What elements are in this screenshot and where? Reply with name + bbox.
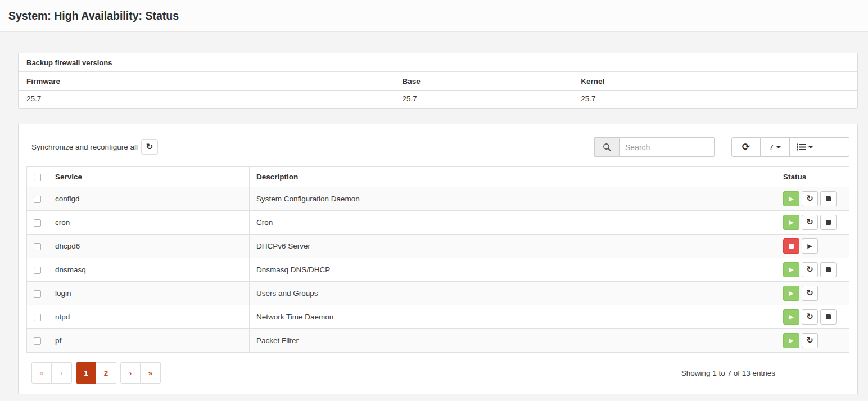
row-checkbox[interactable] <box>34 337 41 345</box>
pager-group-next: › » <box>120 362 161 384</box>
pagination: « ‹ 1 2 › » <box>26 362 161 384</box>
stop-service-button[interactable] <box>820 309 837 325</box>
search-input[interactable] <box>619 137 715 157</box>
service-running-button[interactable]: ▶ <box>783 309 799 325</box>
stop-square-icon <box>789 244 794 249</box>
service-status-cell: ▶↻ <box>776 211 849 235</box>
row-checkbox[interactable] <box>34 290 41 298</box>
row-checkbox[interactable] <box>34 196 41 203</box>
status-actions: ▶↻ <box>783 309 842 325</box>
sync-all-group: Synchronize and reconfigure all ↻ <box>26 139 158 155</box>
service-description: Dnsmasq DNS/DHCP <box>249 258 776 282</box>
page-1-button[interactable]: 1 <box>76 362 96 384</box>
service-running-button[interactable]: ▶ <box>783 191 799 206</box>
row-checkbox[interactable] <box>34 314 41 321</box>
service-status-cell: ▶↻ <box>776 187 849 211</box>
sync-all-button[interactable]: ↻ <box>141 139 158 155</box>
row-checkbox-cell <box>27 187 48 211</box>
service-description: Cron <box>249 211 776 235</box>
service-name: cron <box>48 211 250 235</box>
service-row: dhcpd6DHCPv6 Server▶ <box>27 235 849 258</box>
rotate-right-icon: ↻ <box>806 194 813 202</box>
status-actions: ▶↻ <box>783 286 842 301</box>
restart-service-button[interactable]: ↻ <box>802 333 818 348</box>
caret-down-icon <box>776 146 781 148</box>
page-2-button[interactable]: 2 <box>96 362 116 384</box>
service-running-button[interactable]: ▶ <box>783 333 799 348</box>
kernel-version: 25.7 <box>573 91 857 109</box>
play-icon: ▶ <box>789 196 793 202</box>
grid-button-group: ⟳ 7 <box>731 137 849 157</box>
list-ul-icon <box>797 143 806 151</box>
prev-page-button[interactable]: ‹ <box>52 362 72 384</box>
versions-col-base: Base <box>394 72 573 91</box>
restart-service-button[interactable]: ↻ <box>802 191 818 206</box>
versions-row: 25.7 25.7 25.7 <box>19 91 857 109</box>
service-name: ntpd <box>48 305 250 329</box>
rotate-right-icon: ↻ <box>806 265 813 273</box>
service-running-button[interactable]: ▶ <box>783 286 799 301</box>
page-size-dropdown[interactable]: 7 <box>761 137 790 157</box>
first-page-button[interactable]: « <box>31 362 52 384</box>
pager-group-prev: « ‹ <box>31 362 72 384</box>
service-row: ntpdNetwork Time Daemon▶↻ <box>27 305 849 329</box>
service-row: cronCron▶↻ <box>27 211 849 235</box>
entries-info: Showing 1 to 7 of 13 entries <box>681 369 775 377</box>
play-icon: ▶ <box>789 337 793 344</box>
search-icon <box>603 143 612 152</box>
column-selector-dropdown[interactable] <box>790 137 820 157</box>
row-checkbox-cell <box>27 258 48 282</box>
circular-arrows-icon: ⟳ <box>742 142 750 152</box>
play-icon: ▶ <box>789 314 793 320</box>
row-checkbox-cell <box>27 329 48 353</box>
last-page-button[interactable]: » <box>141 362 161 384</box>
grid-toolbar: Synchronize and reconfigure all ↻ <box>19 124 857 166</box>
caret-down-icon <box>808 146 813 148</box>
backup-versions-panel: Backup firewall versions Firmware Base K… <box>18 53 858 109</box>
services-col-service[interactable]: Service <box>48 167 250 187</box>
versions-panel-title: Backup firewall versions <box>19 53 857 72</box>
service-row: dnsmasqDnsmasq DNS/DHCP▶↻ <box>27 258 849 282</box>
service-name: dhcpd6 <box>48 235 250 258</box>
service-stopped-button[interactable] <box>783 238 799 254</box>
stop-square-icon <box>826 314 831 319</box>
play-icon: ▶ <box>807 243 812 249</box>
next-page-button[interactable]: › <box>120 362 141 384</box>
select-all-checkbox[interactable] <box>34 174 41 181</box>
service-row: pfPacket Filter▶↻ <box>27 329 849 353</box>
status-actions: ▶↻ <box>783 333 842 348</box>
service-running-button[interactable]: ▶ <box>783 262 799 277</box>
rotate-right-icon: ↻ <box>146 142 153 151</box>
page-size-value: 7 <box>769 143 774 151</box>
search-group <box>594 137 715 157</box>
stop-service-button[interactable] <box>820 215 837 230</box>
row-checkbox[interactable] <box>34 267 41 274</box>
restart-service-button[interactable]: ↻ <box>802 286 818 301</box>
restart-service-button[interactable]: ↻ <box>802 215 818 230</box>
sync-all-label: Synchronize and reconfigure all <box>31 143 138 151</box>
service-description: DHCPv6 Server <box>249 235 776 258</box>
services-col-status[interactable]: Status <box>776 167 849 187</box>
row-checkbox-cell <box>27 282 48 305</box>
stop-service-button[interactable] <box>820 262 837 277</box>
stop-square-icon <box>826 196 831 201</box>
rotate-right-icon: ↻ <box>806 218 813 226</box>
service-description: Packet Filter <box>249 329 776 353</box>
restart-service-button[interactable]: ↻ <box>802 309 818 325</box>
restart-service-button[interactable]: ↻ <box>802 262 818 277</box>
extra-toolbar-button[interactable] <box>820 137 849 157</box>
service-description: Network Time Daemon <box>249 305 776 329</box>
services-col-description[interactable]: Description <box>249 167 776 187</box>
page-header: System: High Availability: Status <box>0 0 868 32</box>
row-checkbox[interactable] <box>34 243 41 250</box>
search-addon <box>594 137 619 157</box>
start-service-button[interactable]: ▶ <box>802 238 818 254</box>
row-checkbox[interactable] <box>34 219 41 227</box>
service-running-button[interactable]: ▶ <box>783 215 799 230</box>
service-name: login <box>48 282 250 305</box>
refresh-grid-button[interactable]: ⟳ <box>731 137 761 157</box>
rotate-right-icon: ↻ <box>806 289 813 297</box>
rotate-right-icon: ↻ <box>806 312 813 321</box>
service-name: pf <box>48 329 250 353</box>
stop-service-button[interactable] <box>820 191 837 206</box>
